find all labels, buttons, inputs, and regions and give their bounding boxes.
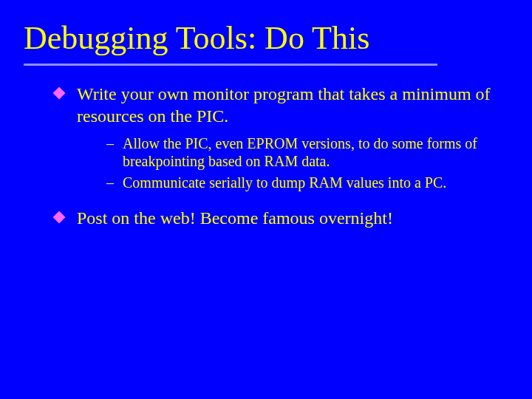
sub-bullet-text: Communicate serially to dump RAM values … [123, 174, 446, 191]
sub-bullet-group: – Allow the PIC, even EPROM versions, to… [55, 134, 502, 191]
bullet-level2: – Allow the PIC, even EPROM versions, to… [106, 134, 502, 171]
bullet-level2: – Communicate serially to dump RAM value… [106, 174, 502, 191]
diamond-bullet-icon [53, 87, 66, 100]
bullet-text: Write your own monitor program that take… [77, 84, 491, 125]
slide-title: Debugging Tools: Do This [24, 21, 508, 56]
slide: Debugging Tools: Do This Write your own … [0, 0, 532, 399]
bullet-level1: Post on the web! Become famous overnight… [55, 208, 502, 229]
bullet-text: Post on the web! Become famous overnight… [77, 208, 393, 228]
bullet-level1: Write your own monitor program that take… [55, 83, 502, 127]
dash-bullet-icon: – [106, 174, 114, 191]
slide-body: Write your own monitor program that take… [24, 83, 508, 229]
sub-bullet-text: Allow the PIC, even EPROM versions, to d… [123, 135, 477, 169]
title-underline [24, 64, 437, 66]
dash-bullet-icon: – [106, 134, 114, 152]
diamond-bullet-icon [53, 211, 66, 224]
